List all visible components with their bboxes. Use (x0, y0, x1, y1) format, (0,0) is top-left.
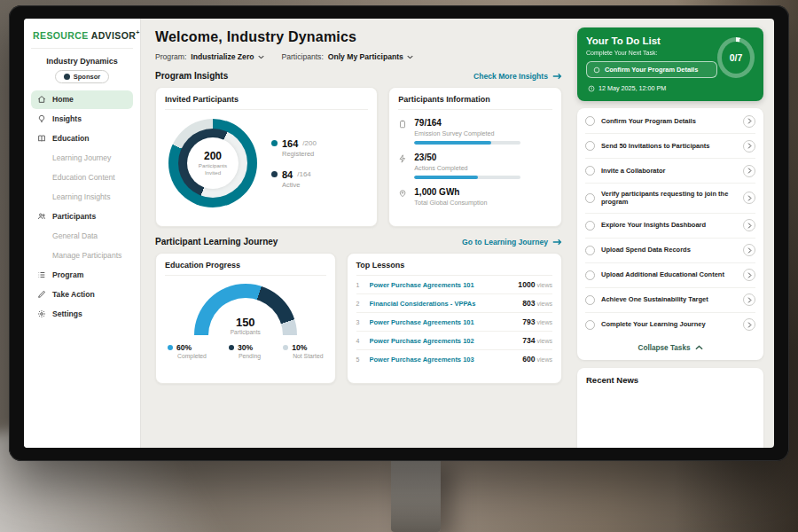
main-content: Welcome, Industry Dynamics Program: Indu… (141, 19, 574, 448)
participants-dropdown-value: Only My Participants (328, 52, 403, 61)
sidebar-item-take-action[interactable]: Take Action (31, 286, 133, 304)
lesson-link[interactable]: Power Purchase Agreements 101 (370, 318, 517, 326)
legend-label: Not Started (293, 353, 323, 359)
link-label: Go to Learning Journey (462, 238, 548, 246)
task-chevron-button[interactable] (743, 269, 755, 281)
monitor-bezel: RESOURCE ADVISOR+ Industry Dynamics Spon… (9, 5, 789, 461)
sidebar-item-education[interactable]: Education (31, 129, 133, 148)
legend-label: Pending (239, 353, 261, 359)
task-checkbox[interactable] (585, 141, 595, 151)
task-checkbox[interactable] (585, 116, 595, 126)
task-row: Explore Your Insights Dashboard (585, 214, 755, 239)
participants-dropdown[interactable]: Only My Participants (328, 52, 413, 61)
survey-icon (398, 119, 407, 145)
arrow-right-icon (552, 239, 562, 246)
task-checkbox[interactable] (585, 320, 595, 330)
legend-dot-navy (229, 345, 234, 350)
sidebar-item-participants[interactable]: Participants (31, 207, 133, 226)
lesson-views: 793views (522, 317, 552, 326)
collapse-tasks-link[interactable]: Collapse Tasks (585, 337, 755, 357)
due-date-text: 12 May 2025, 12:00 PM (598, 84, 666, 92)
sidebar-item-general-data[interactable]: General Data (31, 227, 133, 246)
lesson-link[interactable]: Financial Considerations - VPPAs (370, 300, 517, 308)
learning-journey-cards: Education Progress 150 Participants (155, 253, 562, 384)
task-chevron-button[interactable] (743, 293, 755, 306)
task-checkbox[interactable] (585, 193, 595, 203)
task-label: Explore Your Insights Dashboard (601, 221, 737, 230)
task-chevron-button[interactable] (743, 244, 755, 256)
collapse-label: Collapse Tasks (638, 344, 690, 352)
program-filter-label: Program: (155, 52, 186, 61)
lesson-views: 600views (522, 355, 552, 364)
lesson-row: 2 Financial Considerations - VPPAs 803vi… (356, 294, 552, 313)
legend-total: /200 (302, 139, 317, 147)
go-to-learning-journey-link[interactable]: Go to Learning Journey (462, 238, 562, 246)
sponsor-badge[interactable]: Sponsor (55, 70, 109, 83)
sidebar: RESOURCE ADVISOR+ Industry Dynamics Spon… (24, 19, 141, 448)
sidebar-item-label: Home (52, 95, 74, 104)
sidebar-item-program[interactable]: Program (31, 266, 133, 285)
task-checkbox[interactable] (585, 295, 595, 305)
gear-icon (37, 309, 46, 318)
sidebar-item-education-content[interactable]: Education Content (31, 168, 133, 187)
sidebar-item-label: Participants (52, 212, 96, 221)
sidebar-item-learning-journey[interactable]: Learning Journey (31, 149, 133, 168)
chevron-down-icon (258, 55, 264, 59)
task-row: Upload Additional Educational Content (585, 263, 755, 288)
task-chevron-button[interactable] (743, 140, 755, 153)
lightning-icon (398, 153, 407, 179)
sidebar-item-home[interactable]: Home (31, 90, 133, 109)
legend-dot-lightblue (283, 345, 288, 350)
lesson-rank: 3 (356, 319, 364, 325)
list-icon (37, 270, 46, 279)
sidebar-item-manage-participants[interactable]: Manage Participants (31, 246, 133, 265)
stat-emission-survey: 79/164 Emission Survey Completed (398, 118, 552, 145)
recent-news-card: Recent News (577, 368, 763, 449)
actions-progress-bar (414, 176, 520, 179)
lesson-rank: 5 (356, 356, 364, 363)
task-checkbox[interactable] (585, 246, 595, 255)
task-checkbox[interactable] (585, 221, 595, 231)
task-label: Invite a Collaborator (601, 167, 737, 176)
logo-advisor: ADVISOR (91, 30, 137, 41)
stat-value: 1,000 GWh (414, 187, 487, 197)
task-checkbox[interactable] (585, 166, 595, 176)
monitor-stand (391, 458, 441, 532)
sidebar-nav: Home Insights Education Learning Journey… (31, 90, 133, 325)
app-logo[interactable]: RESOURCE ADVISOR+ (31, 27, 133, 49)
sidebar-item-insights[interactable]: Insights (31, 110, 133, 129)
donut-center-value: 200 (204, 150, 222, 162)
sidebar-item-label: Insights (52, 114, 82, 123)
task-chevron-button[interactable] (743, 115, 755, 128)
card-title: Education Progress (165, 261, 326, 276)
check-more-insights-link[interactable]: Check More Insights (473, 72, 562, 81)
card-title: Invited Participants (165, 95, 368, 110)
sidebar-item-label: Program (52, 270, 83, 279)
legend-pct: 30% (238, 343, 253, 352)
legend-value: 84 (282, 169, 293, 180)
stat-actions: 23/50 Actions Completed (398, 153, 552, 179)
sidebar-item-settings[interactable]: Settings (31, 305, 133, 324)
logo-resource: RESOURCE (33, 30, 89, 41)
page-title: Welcome, Industry Dynamics (155, 29, 562, 45)
task-row: Complete Your Learning Journey (585, 313, 755, 337)
next-task-pill[interactable]: Confirm Your Program Details (586, 61, 717, 78)
sidebar-item-learning-insights[interactable]: Learning Insights (31, 188, 133, 207)
next-task-due: 12 May 2025, 12:00 PM (586, 84, 717, 92)
task-label: Upload Spend Data Records (601, 246, 737, 254)
task-chevron-button[interactable] (743, 219, 755, 231)
lesson-link[interactable]: Power Purchase Agreements 101 (370, 281, 512, 289)
legend-label: Active (282, 181, 317, 189)
task-chevron-button[interactable] (743, 192, 755, 204)
task-checkbox[interactable] (585, 270, 595, 280)
stat-consumption: 1,000 GWh Total Global Consumption (398, 187, 552, 207)
arrow-right-icon (552, 73, 562, 80)
lesson-link[interactable]: Power Purchase Agreements 102 (370, 337, 517, 345)
task-chevron-button[interactable] (743, 318, 755, 331)
program-dropdown[interactable]: Industrialize Zero (191, 52, 263, 61)
task-chevron-button[interactable] (743, 165, 755, 177)
sidebar-item-label: Manage Participants (52, 251, 121, 260)
lesson-link[interactable]: Power Purchase Agreements 103 (370, 356, 517, 364)
recent-news-title: Recent News (586, 375, 755, 385)
lesson-rank: 2 (356, 301, 364, 307)
